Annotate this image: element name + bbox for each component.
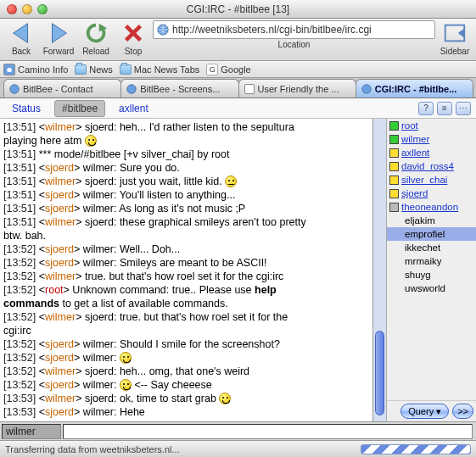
camino-icon: [3, 64, 15, 75]
window-titlebar: CGI:IRC - #bitlbee [13]: [0, 0, 476, 19]
chat-line: [13:52] <wilmer> sjoerd: true. but that'…: [3, 310, 369, 324]
bookmarks-bar: Camino Info News Mac News Tabs GGoogle: [0, 61, 476, 78]
chat-line: [13:52] <sjoerd> wilmer: Smileys are mea…: [3, 256, 369, 270]
bookmark-folder-mac-news[interactable]: Mac News Tabs: [120, 64, 199, 75]
chat-line: cgi:irc: [3, 324, 369, 337]
chat-line: [13:51] *** mode/#bitlbee [+v silver_cha…: [3, 148, 369, 161]
favicon: [244, 84, 255, 94]
nick-item[interactable]: david_ross4: [387, 159, 476, 173]
chat-line: [13:51] <wilmer> sjoerd: these graphical…: [3, 215, 369, 229]
nick-item[interactable]: wilmer: [387, 132, 476, 146]
svg-point-8: [10, 84, 20, 93]
nick-item[interactable]: shuyg: [387, 268, 476, 281]
irc-channel-tabs: Status #bitlbee axllent ? ≡ ⋯: [0, 98, 476, 119]
nick-list: rootwilmeraxllentdavid_ross4silver_chais…: [386, 119, 476, 421]
chat-line: [13:52] <root> Unknown command: true.. P…: [3, 283, 369, 297]
status-text: Transferring data from weetniksbeters.nl…: [5, 444, 180, 454]
smiley-icon: [120, 352, 132, 364]
bookmark-camino-info[interactable]: Camino Info: [3, 64, 68, 75]
chat-line: [13:53] <wilmer> sjoerd: ok, time to sta…: [3, 392, 369, 405]
dropdown-icon: ▾: [436, 406, 441, 417]
chat-line: [13:52] <sjoerd> wilmer: <-- Say cheeese: [3, 378, 369, 392]
query-dropdown[interactable]: Query▾: [400, 404, 449, 419]
stop-button[interactable]: Stop: [115, 20, 151, 56]
nick-item[interactable]: eljakim: [387, 214, 476, 227]
sidebar-icon: [442, 20, 468, 46]
status-box-icon: [389, 162, 399, 171]
chat-line: [13:52] <sjoerd> wilmer:: [3, 351, 369, 365]
chat-line: [13:51] <wilmer> sjoerd: heh... I'd rath…: [3, 120, 369, 134]
channel-tab-bitlbee[interactable]: #bitlbee: [54, 100, 105, 117]
nick-item[interactable]: uwsworld: [387, 281, 476, 295]
tab-cgi-irc[interactable]: CGI:IRC - #bitlbe...: [356, 79, 473, 98]
chat-line: [13:53] <sjoerd> wilmer: Hehe: [3, 405, 369, 419]
nick-item[interactable]: emprofiel: [387, 227, 476, 241]
chat-line: [13:52] <sjoerd> wilmer: Should I smile …: [3, 337, 369, 351]
nick-item[interactable]: theoneandon: [387, 200, 476, 214]
chat-line: [13:52] <sjoerd> wilmer: Well... Doh...: [3, 242, 369, 256]
chat-line: [13:52] <wilmer> sjoerd: heh... omg, tha…: [3, 365, 369, 378]
svg-marker-1: [53, 24, 67, 43]
smiley-icon: [120, 379, 132, 391]
sidebar-button[interactable]: Sidebar: [437, 20, 473, 56]
nick-item[interactable]: root: [387, 119, 476, 132]
reload-icon: [83, 20, 109, 46]
back-arrow-icon: [8, 20, 34, 46]
bookmark-folder-news[interactable]: News: [75, 64, 113, 75]
window-title: CGI:IRC - #bitlbee [13]: [0, 3, 476, 15]
globe-icon: [361, 84, 372, 94]
chat-line: [13:51] <sjoerd> wilmer: You'll listen t…: [3, 188, 369, 202]
globe-icon: [9, 84, 20, 94]
bookmark-google[interactable]: GGoogle: [206, 64, 250, 75]
nick-item[interactable]: ikkechet: [387, 241, 476, 254]
own-nick-field[interactable]: wilmer: [2, 424, 61, 439]
folder-icon: [75, 64, 87, 75]
svg-point-10: [362, 84, 372, 93]
channel-tab-axllent[interactable]: axllent: [112, 101, 155, 116]
tab-bitlbee-contact[interactable]: BitlBee - Contact: [3, 79, 121, 98]
chat-line: [13:51] <sjoerd> wilmer: As long as it's…: [3, 202, 369, 215]
svg-marker-0: [14, 24, 28, 43]
progress-indicator: [361, 444, 471, 454]
status-tab[interactable]: Status: [5, 101, 48, 116]
chat-scrollbar[interactable]: [372, 119, 386, 421]
google-icon: G: [206, 64, 218, 75]
go-button[interactable]: >>: [452, 404, 473, 419]
location-label: Location: [278, 40, 311, 49]
status-box-icon: [389, 176, 399, 185]
status-box-icon: [389, 203, 399, 212]
tab-bitlbee-screens[interactable]: BitlBee - Screens...: [120, 79, 238, 98]
chat-line: playing here atm: [3, 134, 369, 148]
nick-item[interactable]: axllent: [387, 146, 476, 159]
nick-item[interactable]: silver_chai: [387, 173, 476, 187]
tab-bar: BitlBee - Contact BitlBee - Screens... U…: [0, 78, 476, 98]
nick-item[interactable]: mrmaiky: [387, 254, 476, 268]
chat-line: commands to get a list of available comm…: [3, 297, 369, 310]
chat-log: [13:51] <wilmer> sjoerd: heh... I'd rath…: [0, 119, 372, 421]
chat-line: btw. bah.: [3, 229, 369, 242]
chat-line: [13:52] <wilmer> true. but that's how ro…: [3, 270, 369, 283]
status-box-icon: [389, 189, 399, 198]
help-button[interactable]: ?: [418, 102, 434, 115]
status-box-icon: [389, 135, 399, 144]
options-button[interactable]: ≡: [437, 102, 452, 115]
more-button[interactable]: ⋯: [456, 102, 471, 115]
status-box-icon: [389, 121, 399, 131]
svg-marker-7: [458, 28, 465, 37]
reload-button[interactable]: Reload: [78, 20, 114, 56]
nick-item[interactable]: sjoerd: [387, 187, 476, 200]
scroll-thumb[interactable]: [375, 331, 384, 415]
globe-icon: [126, 84, 137, 94]
input-row: wilmer: [0, 421, 476, 440]
tab-user-friendly[interactable]: User Friendly the ...: [238, 79, 356, 98]
chat-line: [13:51] <sjoerd> wilmer: Sure you do.: [3, 161, 369, 175]
url-field[interactable]: http://weetniksbeters.nl/cgi-bin/bitlbee…: [153, 20, 435, 39]
browser-toolbar: Back Forward Reload Stop http://weetniks…: [0, 19, 476, 61]
back-button[interactable]: Back: [3, 20, 39, 56]
message-input[interactable]: [63, 424, 473, 439]
smiley-icon: [85, 135, 97, 147]
smiley-icon: [219, 393, 231, 404]
status-box-icon: [389, 148, 399, 158]
status-bar: Transferring data from weetniksbeters.nl…: [0, 440, 476, 457]
forward-button[interactable]: Forward: [41, 20, 76, 56]
